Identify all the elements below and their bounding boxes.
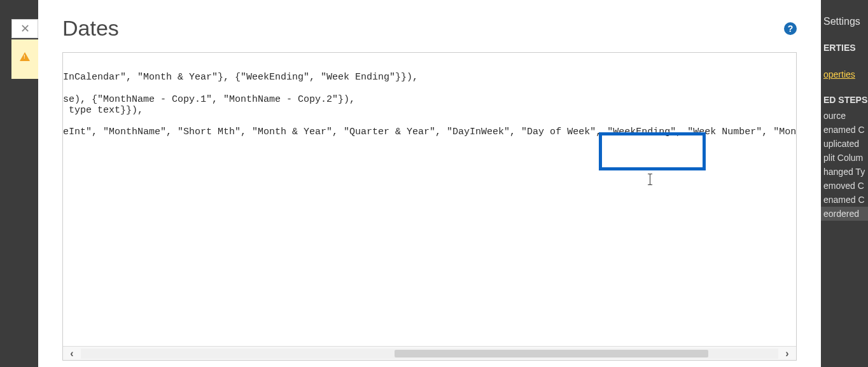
page-title: Dates [62,16,119,41]
step-renamed-columns-2[interactable]: enamed C [821,193,868,207]
header-row: Dates ? [62,16,797,41]
applied-steps-header: ED STEPS [821,83,868,109]
horizontal-scrollbar[interactable]: ‹ › [63,346,796,360]
scroll-track[interactable] [81,349,778,359]
code-line-3: type text}}), [63,105,143,116]
code-line-4: eInt", "MonthName", "Short Mth", "Month … [63,127,797,137]
settings-header[interactable]: Settings [821,0,868,31]
close-icon: ✕ [20,22,30,36]
step-reordered[interactable]: eordered [821,207,868,221]
properties-header: ERTIES [821,31,868,57]
warning-tab[interactable] [11,39,38,79]
step-changed-type[interactable]: hanged Ty [821,165,868,179]
scroll-left-icon[interactable]: ‹ [63,347,81,360]
help-icon[interactable]: ? [784,22,797,35]
text-cursor-icon [650,174,650,185]
main-panel: Dates ? InCalendar", "Month & Year"}, {"… [38,0,821,367]
code-line-1: InCalendar", "Month & Year"}, {"WeekEndi… [63,72,418,83]
close-button[interactable]: ✕ [11,19,38,38]
warning-icon [20,52,30,61]
all-properties-link[interactable]: operties [821,64,868,83]
step-removed-columns[interactable]: emoved C [821,179,868,193]
step-source[interactable]: ource [821,109,868,123]
right-panel: Settings ERTIES operties ED STEPS ource … [821,0,868,367]
code-editor[interactable]: InCalendar", "Month & Year"}, {"WeekEndi… [62,52,797,361]
highlight-box [599,132,706,170]
step-renamed-columns[interactable]: enamed C [821,123,868,137]
step-split-column[interactable]: plit Colum [821,151,868,165]
code-content: InCalendar", "Month & Year"}, {"WeekEndi… [63,72,797,138]
scroll-right-icon[interactable]: › [778,347,796,360]
step-duplicated[interactable]: uplicated [821,137,868,151]
left-sidebar [0,0,11,367]
scroll-thumb[interactable] [395,350,708,357]
name-field[interactable] [821,57,868,64]
code-line-2: se), {"MonthName - Copy.1", "MonthName -… [63,94,355,105]
